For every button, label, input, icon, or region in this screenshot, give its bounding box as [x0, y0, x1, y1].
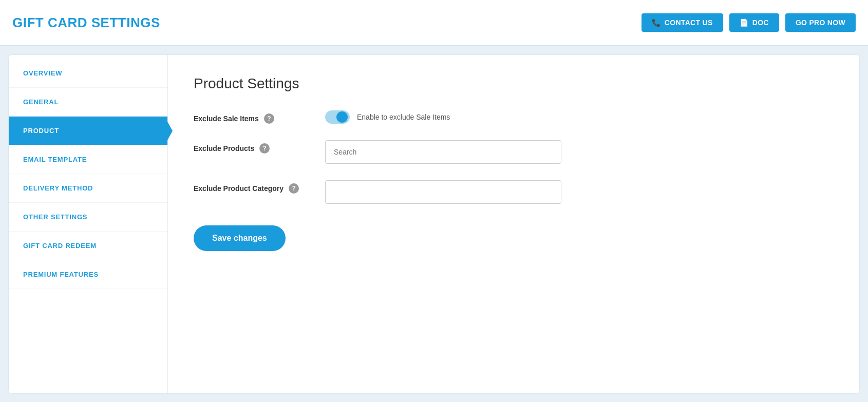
exclude-products-help-icon[interactable]: ?: [259, 143, 270, 154]
exclude-category-row: Exclude Product Category ?: [194, 180, 834, 204]
exclude-category-input[interactable]: [325, 180, 561, 204]
header-buttons: 📞 CONTACT US 📄 DOC GO PRO NOW: [641, 13, 856, 32]
sidebar: OVERVIEW GENERAL PRODUCT EMAIL TEMPLATE …: [9, 55, 168, 393]
page-title: Product Settings: [194, 75, 834, 92]
outer-card: OVERVIEW GENERAL PRODUCT EMAIL TEMPLATE …: [8, 54, 860, 394]
exclude-category-help-icon[interactable]: ?: [289, 183, 299, 194]
content-area: Product Settings Exclude Sale Items ? En…: [168, 55, 859, 393]
exclude-category-label-group: Exclude Product Category ?: [194, 180, 317, 194]
phone-icon: 📞: [652, 18, 661, 27]
toggle-group: Enable to exclude Sale Items: [325, 110, 450, 124]
sidebar-item-gift-card-redeem[interactable]: GIFT CARD REDEEM: [9, 232, 167, 260]
sidebar-item-email-template[interactable]: EMAIL TEMPLATE: [9, 145, 167, 174]
sidebar-item-overview[interactable]: OVERVIEW: [9, 59, 167, 88]
exclude-products-label-group: Exclude Products ?: [194, 140, 317, 154]
sidebar-item-product[interactable]: PRODUCT: [9, 117, 167, 145]
exclude-sale-items-row: Exclude Sale Items ? Enable to exclude S…: [194, 110, 834, 124]
exclude-products-row: Exclude Products ?: [194, 140, 834, 164]
exclude-products-input[interactable]: [325, 140, 561, 164]
sidebar-item-premium-features[interactable]: PREMIUM FEATURES: [9, 260, 167, 289]
exclude-sale-items-label: Exclude Sale Items: [194, 114, 259, 123]
toggle-slider: [325, 110, 350, 124]
sidebar-item-general[interactable]: GENERAL: [9, 88, 167, 117]
sidebar-item-delivery-method[interactable]: DELIVERY METHOD: [9, 174, 167, 203]
exclude-sale-items-label-group: Exclude Sale Items ?: [194, 110, 317, 124]
doc-icon: 📄: [740, 18, 748, 27]
exclude-sale-items-toggle[interactable]: [325, 110, 350, 124]
exclude-sale-items-help-icon[interactable]: ?: [264, 113, 274, 124]
header: GIFT CARD SETTINGS 📞 CONTACT US 📄 DOC GO…: [0, 0, 868, 46]
app-title: GIFT CARD SETTINGS: [12, 15, 160, 31]
save-changes-button[interactable]: Save changes: [194, 225, 286, 251]
toggle-description: Enable to exclude Sale Items: [357, 113, 450, 121]
go-pro-button[interactable]: GO PRO NOW: [785, 13, 856, 32]
main-container: OVERVIEW GENERAL PRODUCT EMAIL TEMPLATE …: [0, 46, 868, 402]
exclude-products-label: Exclude Products: [194, 144, 254, 152]
doc-button[interactable]: 📄 DOC: [729, 13, 779, 32]
exclude-category-label: Exclude Product Category: [194, 184, 284, 193]
contact-button[interactable]: 📞 CONTACT US: [641, 13, 723, 32]
sidebar-item-other-settings[interactable]: OTHER SETTINGS: [9, 203, 167, 232]
